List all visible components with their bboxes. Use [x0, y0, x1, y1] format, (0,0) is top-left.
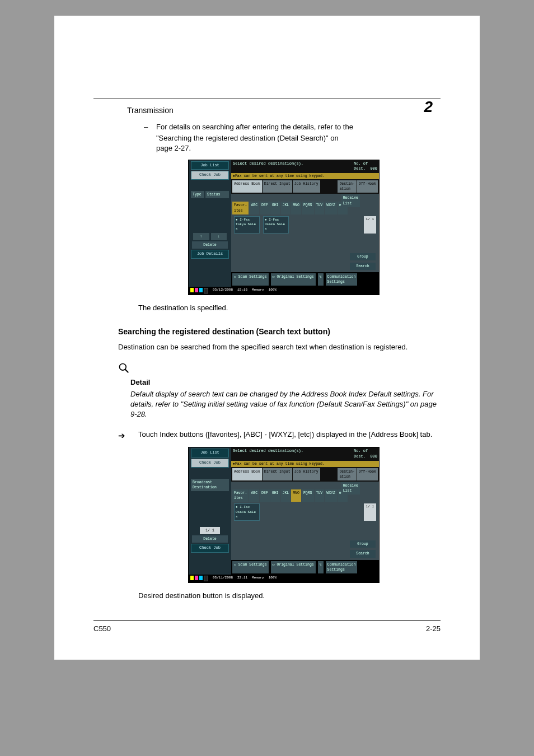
down-icon[interactable]: ↓: [211, 233, 227, 240]
group-button[interactable]: Group: [350, 253, 376, 260]
index-jkl[interactable]: JKL: [281, 202, 291, 214]
index-tuv[interactable]: TUV: [315, 202, 325, 214]
status-date: 03/12/2008: [213, 288, 233, 293]
keypad-hint: ●Fax can be sent at any time using keypa…: [231, 461, 379, 467]
footer-model: C550: [93, 624, 111, 633]
off-hook-button[interactable]: Off-Hook: [357, 468, 378, 480]
delete-button[interactable]: Delete: [192, 241, 228, 249]
scan-settings-button[interactable]: ▭ Scan Settings: [232, 273, 269, 286]
job-list-button[interactable]: Job List: [191, 449, 229, 458]
prompt: Select desired destination(s).: [233, 161, 303, 172]
caption-2: Desired destination button is displayed.: [138, 591, 441, 601]
tab-job-history[interactable]: Job History: [293, 180, 320, 193]
tab-job-history[interactable]: Job History: [293, 468, 320, 480]
detail-note: Detail Default display of search text ca…: [118, 362, 441, 419]
memory-value: 100%: [269, 288, 277, 293]
detail-label: Detail: [130, 377, 441, 388]
receive-list-button[interactable]: Receive List: [341, 194, 360, 207]
dest-count: No. of Dest. 000: [354, 161, 377, 172]
scan-settings-button[interactable]: ▭ Scan Settings: [232, 561, 269, 573]
dest-tokyo[interactable]: ● I-FaxTokyo Sales: [234, 216, 260, 234]
comm-settings-button[interactable]: Communication Settings: [326, 273, 358, 286]
sep-icon: ↯: [318, 273, 324, 286]
index-def[interactable]: DEF: [260, 202, 270, 214]
svg-point-0: [120, 364, 127, 371]
original-settings-button[interactable]: ▭ Original Settings: [271, 561, 316, 573]
detail-bullet: – For details on searching after enterin…: [144, 122, 441, 132]
status-bar: 03/12/2008 15:16 Memory 100%: [189, 287, 379, 295]
tab-direct-input[interactable]: Direct Input: [263, 468, 292, 480]
section-title: Transmission: [127, 106, 174, 115]
job-list-button[interactable]: Job List: [191, 161, 229, 170]
memory-value: 100%: [269, 576, 277, 581]
index-def[interactable]: DEF: [260, 489, 270, 502]
tab-direct-input[interactable]: Direct Input: [263, 180, 292, 193]
original-settings-button[interactable]: ▭ Original Settings: [271, 273, 316, 286]
index-ghi[interactable]: GHI: [270, 489, 280, 502]
footer-page: 2-25: [426, 624, 441, 633]
status-bar: 03/11/2008 22:11 Memory 100%: [189, 575, 379, 582]
page-indicator: 1/ 1: [364, 216, 376, 234]
status-label: Status: [205, 191, 229, 198]
chapter-number: 2: [424, 98, 433, 116]
index-mno[interactable]: MNO: [291, 202, 301, 214]
delete-button[interactable]: Delete: [192, 535, 228, 543]
memory-label: Memory: [252, 576, 264, 581]
dest-settings-button[interactable]: Destin- ation: [338, 468, 356, 480]
caption-1: The destination is specified.: [138, 303, 441, 313]
up-icon[interactable]: ↑: [193, 233, 209, 240]
index-abc[interactable]: ABC: [249, 489, 259, 502]
check-job-button[interactable]: Check Job: [191, 171, 229, 180]
tab-address-book[interactable]: Address Book: [232, 468, 262, 480]
screenshot-2: Job List Check Job Broadcast Destination…: [188, 447, 380, 583]
detail-text: Default display of search text can be ch…: [130, 389, 441, 420]
index-abc[interactable]: ABC: [249, 202, 259, 214]
check-job-bottom[interactable]: Check Job: [191, 544, 229, 553]
dest-settings-button[interactable]: Destin- ation: [338, 180, 356, 193]
prompt: Select desired destination(s).: [233, 449, 303, 460]
index-wxyz[interactable]: WXYZ: [325, 489, 337, 502]
dest-count: No. of Dest. 000: [354, 449, 377, 460]
subsection-para: Destination can be searched from the spe…: [118, 342, 441, 352]
index-favorites[interactable]: Favor- ites: [232, 202, 249, 214]
status-date: 03/11/2008: [213, 576, 233, 581]
sep-icon: ↯: [318, 561, 324, 573]
status-cat: Type: [191, 191, 204, 198]
dest-osaka[interactable]: ● I-FaxOsaka Sales: [263, 216, 289, 234]
check-job-button[interactable]: Check Job: [191, 459, 229, 468]
job-details-button[interactable]: Job Details: [191, 250, 229, 259]
page-footer: C550 2-25: [93, 620, 441, 633]
keypad-hint: ●Fax can be sent at any time using keypa…: [231, 173, 379, 179]
index-pqrs[interactable]: PQRS: [302, 489, 314, 502]
screenshot-1: Job List Check Job Type Status ↑ ↓ Delet…: [188, 160, 380, 296]
comm-settings-button[interactable]: Communication Settings: [326, 561, 358, 573]
magnifier-icon: [118, 362, 129, 374]
toner-icons: [190, 576, 208, 581]
bullet-text-1: For details on searching after entering …: [156, 122, 353, 132]
bullet-text-3: page 2-27.: [156, 143, 441, 153]
subsection-heading: Searching the registered destination (Se…: [118, 326, 441, 338]
status-time: 22:11: [237, 576, 247, 581]
broadcast-label: Broadcast Destination: [191, 479, 229, 491]
dest-osaka[interactable]: ● I-FaxOsaka Sales: [234, 503, 260, 521]
bullet-text-2: "Searching the registered destination (D…: [156, 133, 441, 143]
receive-list-button[interactable]: Receive List: [341, 482, 360, 494]
memory-label: Memory: [252, 288, 264, 293]
search-button[interactable]: Search: [350, 550, 376, 557]
index-ghi[interactable]: GHI: [270, 202, 280, 214]
group-button[interactable]: Group: [350, 540, 376, 548]
off-hook-button[interactable]: Off-Hook: [357, 180, 378, 193]
dash: –: [144, 122, 156, 132]
left-page-indicator: 1/ 1: [200, 527, 220, 534]
index-mno[interactable]: MNO: [291, 489, 301, 502]
index-tuv[interactable]: TUV: [315, 489, 325, 502]
status-time: 15:16: [237, 288, 247, 293]
index-pqrs[interactable]: PQRS: [302, 202, 314, 214]
index-wxyz[interactable]: WXYZ: [325, 202, 337, 214]
arrow-icon: ➔: [118, 430, 138, 441]
tab-address-book[interactable]: Address Book: [232, 180, 262, 193]
step-text: Touch Index buttons ([favorites], [ABC] …: [138, 430, 432, 441]
index-jkl[interactable]: JKL: [281, 489, 291, 502]
index-favorites[interactable]: Favor- ites: [232, 489, 249, 502]
search-button[interactable]: Search: [350, 263, 376, 270]
